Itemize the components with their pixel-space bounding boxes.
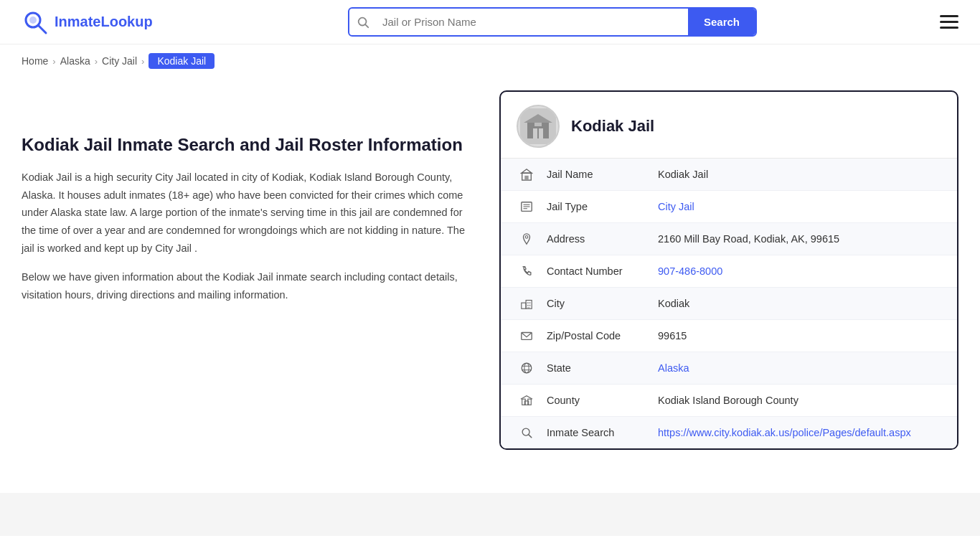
breadcrumb-current: Kodiak Jail bbox=[149, 53, 215, 69]
left-column: Kodiak Jail Inmate Search and Jail Roste… bbox=[22, 90, 478, 450]
hamburger-menu[interactable] bbox=[940, 15, 958, 29]
row-value[interactable]: 907-486-8000 bbox=[658, 265, 941, 277]
svg-rect-26 bbox=[527, 307, 530, 309]
main-content: Kodiak Jail Inmate Search and Jail Roste… bbox=[0, 76, 980, 479]
info-row: CountyKodiak Island Borough County bbox=[501, 385, 957, 417]
breadcrumb: Home › Alaska › City Jail › Kodiak Jail bbox=[0, 44, 980, 76]
row-link[interactable]: City Jail bbox=[658, 201, 694, 212]
jail-avatar bbox=[517, 105, 560, 148]
svg-point-2 bbox=[29, 17, 37, 24]
svg-line-4 bbox=[365, 24, 368, 27]
svg-rect-8 bbox=[539, 128, 543, 138]
info-row: Address2160 Mill Bay Road, Kodiak, AK, 9… bbox=[501, 223, 957, 255]
info-row: Contact Number907-486-8000 bbox=[501, 255, 957, 288]
row-value: 2160 Mill Bay Road, Kodiak, AK, 99615 bbox=[658, 233, 941, 245]
row-value: Kodiak Jail bbox=[658, 169, 941, 180]
svg-line-36 bbox=[529, 435, 532, 438]
info-row: Inmate Searchhttps://www.city.kodiak.ak.… bbox=[501, 417, 957, 448]
row-link[interactable]: https://www.city.kodiak.ak.us/police/Pag… bbox=[658, 427, 911, 438]
row-label: Zip/Postal Code bbox=[547, 330, 658, 342]
info-row: StateAlaska bbox=[501, 352, 957, 385]
svg-rect-23 bbox=[529, 302, 531, 303]
breadcrumb-sep: › bbox=[141, 56, 144, 67]
hamburger-line bbox=[940, 27, 958, 29]
logo-icon bbox=[22, 9, 49, 36]
header: InmateLookup Search bbox=[0, 0, 980, 44]
row-value[interactable]: City Jail bbox=[658, 201, 941, 212]
list-icon bbox=[517, 200, 537, 213]
page-description-2: Below we have given information about th… bbox=[22, 268, 478, 303]
phone-icon bbox=[517, 265, 537, 278]
page-description-1: Kodiak Jail is a high security City Jail… bbox=[22, 169, 478, 257]
globe-icon bbox=[517, 362, 537, 375]
breadcrumb-city-jail[interactable]: City Jail bbox=[102, 55, 137, 67]
card-header: Kodiak Jail bbox=[501, 92, 957, 159]
card-title: Kodiak Jail bbox=[571, 117, 654, 136]
row-value: 99615 bbox=[658, 330, 941, 342]
svg-rect-10 bbox=[534, 123, 542, 126]
svg-rect-25 bbox=[529, 305, 531, 306]
breadcrumb-sep: › bbox=[52, 56, 55, 67]
row-label: County bbox=[547, 395, 658, 406]
hamburger-line bbox=[940, 21, 958, 23]
search-input[interactable] bbox=[377, 9, 688, 35]
svg-point-19 bbox=[525, 236, 528, 239]
info-row: CityKodiak bbox=[501, 288, 957, 320]
svg-point-28 bbox=[522, 363, 532, 373]
svg-rect-13 bbox=[527, 176, 529, 180]
svg-rect-7 bbox=[533, 128, 537, 138]
svg-rect-22 bbox=[527, 302, 529, 303]
row-label: Inmate Search bbox=[547, 427, 658, 438]
row-label: Jail Name bbox=[547, 169, 658, 180]
mail-icon bbox=[517, 329, 537, 342]
search-form: Search bbox=[348, 7, 757, 37]
row-value[interactable]: Alaska bbox=[658, 362, 941, 374]
breadcrumb-home[interactable]: Home bbox=[22, 55, 48, 67]
svg-rect-24 bbox=[527, 305, 529, 306]
row-value[interactable]: https://www.city.kodiak.ak.us/police/Pag… bbox=[658, 427, 941, 438]
card-rows: Jail NameKodiak JailJail TypeCity JailAd… bbox=[501, 159, 957, 448]
breadcrumb-sep: › bbox=[95, 56, 98, 67]
search-icon bbox=[517, 426, 537, 439]
row-value: Kodiak Island Borough County bbox=[658, 395, 941, 406]
footer-bar bbox=[0, 493, 980, 536]
row-link[interactable]: 907-486-8000 bbox=[658, 265, 722, 277]
svg-marker-14 bbox=[522, 169, 532, 173]
svg-point-29 bbox=[524, 363, 529, 373]
breadcrumb-alaska[interactable]: Alaska bbox=[60, 55, 90, 67]
logo-text: InmateLookup bbox=[55, 14, 153, 30]
logo-area: InmateLookup bbox=[22, 9, 179, 36]
building-icon bbox=[517, 168, 537, 181]
info-row: Jail TypeCity Jail bbox=[501, 191, 957, 223]
row-label: City bbox=[547, 298, 658, 309]
right-column: Kodiak Jail Jail NameKodiak JailJail Typ… bbox=[499, 90, 958, 450]
row-label: Jail Type bbox=[547, 201, 658, 212]
search-button[interactable]: Search bbox=[688, 9, 755, 35]
location-icon bbox=[517, 232, 537, 245]
hamburger-line bbox=[940, 15, 958, 17]
row-label: Contact Number bbox=[547, 265, 658, 277]
row-label: Address bbox=[547, 233, 658, 245]
info-row: Zip/Postal Code99615 bbox=[501, 320, 957, 352]
search-area: Search bbox=[194, 7, 911, 37]
search-icon bbox=[357, 16, 369, 29]
search-icon-wrap bbox=[349, 16, 377, 29]
county-icon bbox=[517, 394, 537, 407]
row-label: State bbox=[547, 362, 658, 374]
page-title: Kodiak Jail Inmate Search and Jail Roste… bbox=[22, 133, 478, 156]
city-icon bbox=[517, 297, 537, 310]
jail-avatar-image bbox=[520, 108, 556, 144]
row-value: Kodiak bbox=[658, 298, 941, 309]
info-card: Kodiak Jail Jail NameKodiak JailJail Typ… bbox=[499, 90, 958, 450]
svg-line-1 bbox=[38, 25, 46, 33]
row-link[interactable]: Alaska bbox=[658, 362, 689, 374]
svg-rect-20 bbox=[522, 303, 526, 309]
info-row: Jail NameKodiak Jail bbox=[501, 159, 957, 191]
svg-rect-12 bbox=[524, 176, 527, 180]
